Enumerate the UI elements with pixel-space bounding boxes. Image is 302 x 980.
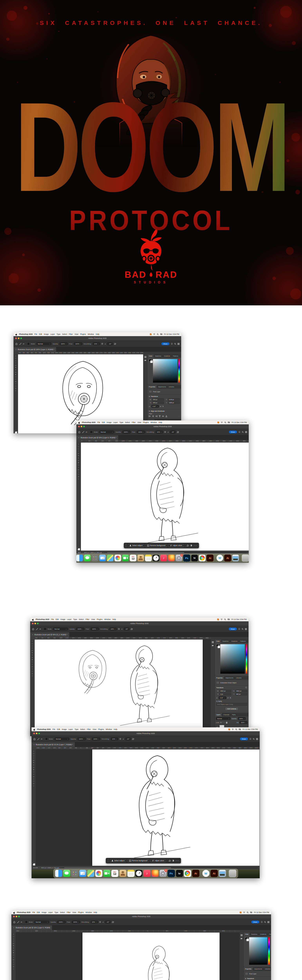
tool-icon-9[interactable]: □ xyxy=(13,955,14,956)
tool-icon-14[interactable]: ◇ xyxy=(33,783,34,784)
properties-tab-libraries[interactable]: Libraries xyxy=(264,967,271,970)
document-canvas[interactable] xyxy=(92,749,259,866)
flip-horizontal-icon[interactable]: ⇄ xyxy=(160,406,161,407)
apple-logo-icon[interactable] xyxy=(13,912,15,913)
workspace-grid-icon[interactable] xyxy=(178,343,180,345)
flow-select[interactable]: 100%∨ xyxy=(91,628,99,630)
tool-icon-5[interactable]: ✎ xyxy=(33,762,35,764)
menu-color-app-icon[interactable] xyxy=(218,422,219,423)
home-icon[interactable] xyxy=(13,921,16,923)
menu-app-name[interactable]: Photoshop 2025 xyxy=(37,728,51,730)
tool-icon-6[interactable]: T xyxy=(78,457,79,459)
brush-size-value[interactable]: 15 xyxy=(39,628,41,630)
menu-item-file[interactable]: File xyxy=(35,333,37,335)
mode-select[interactable]: Normal∨ xyxy=(35,921,49,923)
tool-icon-10[interactable]: ○ xyxy=(33,773,34,775)
tool-icon-10[interactable]: ○ xyxy=(15,379,16,380)
align-al-b-icon[interactable] xyxy=(165,415,167,417)
field-value[interactable]: 4902 px xyxy=(219,690,231,692)
menu-item-type[interactable]: Type xyxy=(54,912,58,913)
dock-icon-launchpad[interactable] xyxy=(71,870,78,877)
search-icon[interactable] xyxy=(264,921,266,923)
tool-icon-7[interactable]: ◇ xyxy=(13,950,14,951)
menu-color-app-icon[interactable] xyxy=(240,912,242,913)
tool-icon-1[interactable]: □ xyxy=(33,753,34,755)
color-tab-swatches[interactable]: Swatches xyxy=(221,640,230,643)
share-button[interactable]: Share xyxy=(161,342,169,345)
menu-item-select[interactable]: Select xyxy=(79,618,84,620)
tool-icon-9[interactable]: □ xyxy=(78,465,79,466)
menu-item-image[interactable]: Image xyxy=(107,422,112,423)
tool-icon-1[interactable]: □ xyxy=(32,643,33,644)
more-options-icon[interactable]: ··· xyxy=(178,415,180,417)
zoom-window-button[interactable] xyxy=(38,733,40,734)
flow-select[interactable]: 100%∨ xyxy=(92,738,100,740)
search-icon[interactable] xyxy=(253,738,254,740)
menu-item-filter[interactable]: Filter xyxy=(86,618,89,620)
brush-size-value[interactable]: 15 xyxy=(23,343,24,345)
wifi-icon[interactable] xyxy=(153,333,155,335)
rotate-field[interactable]: 0.00°∨ xyxy=(219,697,226,699)
tool-icon-13[interactable]: □ xyxy=(15,385,16,387)
tool-icon-9[interactable]: □ xyxy=(15,376,16,378)
comments-panel-icon[interactable] xyxy=(212,645,214,647)
brush-preset-chip[interactable] xyxy=(90,431,92,433)
transform-header[interactable]: ∨Transform xyxy=(149,396,180,397)
flip-vertical-icon[interactable]: ⇅ xyxy=(230,697,231,699)
background-swatch[interactable] xyxy=(218,646,220,648)
home-icon[interactable] xyxy=(33,738,36,740)
menu-item-edit[interactable]: Edit xyxy=(39,333,42,335)
tool-icon-10[interactable]: ○ xyxy=(32,663,33,665)
workspace-grid-icon[interactable] xyxy=(256,738,258,740)
brush-size-value[interactable]: 16 xyxy=(21,921,22,923)
smoothing-select[interactable]: 10%∨ xyxy=(110,628,116,630)
align-al-l-icon[interactable] xyxy=(149,415,151,417)
wifi-icon[interactable] xyxy=(221,619,223,620)
color-tab-patterns[interactable]: Patterns xyxy=(172,354,180,358)
opacity-select[interactable]: 100%∨ xyxy=(122,431,130,433)
dock-icon-appletv[interactable]: tv xyxy=(176,870,183,877)
properties-tab-adjustments[interactable]: Adjustments xyxy=(157,385,167,388)
dock-icon-illustrator2[interactable]: Ai xyxy=(210,870,218,877)
menu-item-window[interactable]: Window xyxy=(151,422,157,423)
align-al-r-icon[interactable] xyxy=(156,415,157,417)
menu-item-plugins[interactable]: Plugins xyxy=(97,618,103,620)
spotlight-icon[interactable] xyxy=(235,729,237,730)
tool-icon-7[interactable]: ◇ xyxy=(78,460,79,461)
menu-item-edit[interactable]: Edit xyxy=(56,618,59,620)
tool-icon-15[interactable]: ○ xyxy=(13,968,14,970)
menu-item-type[interactable]: Type xyxy=(75,728,78,730)
tool-icon-0[interactable]: + xyxy=(13,934,14,935)
tab-close-icon[interactable]: × xyxy=(32,634,33,636)
tool-icon-6[interactable]: T xyxy=(33,764,34,766)
tool-icon-15[interactable]: ○ xyxy=(78,478,79,480)
foreground-background-swatches[interactable] xyxy=(14,431,17,433)
mode-select[interactable]: Normal∨ xyxy=(37,342,51,345)
smoothing-select[interactable]: 10%∨ xyxy=(156,431,163,433)
symmetry-icon[interactable] xyxy=(177,431,179,433)
tool-icon-14[interactable]: ◇ xyxy=(32,673,33,675)
document-canvas[interactable] xyxy=(83,932,219,980)
menu-clock[interactable]: Fri 12 Dec 3:54 PM xyxy=(232,422,247,423)
tool-icon-4[interactable]: ▭ xyxy=(33,760,35,762)
menu-item-file[interactable]: File xyxy=(32,912,35,913)
color-tab-patterns[interactable]: Patterns xyxy=(239,640,247,643)
menu-item-image[interactable]: Image xyxy=(62,728,67,730)
dock-icon-pictures[interactable] xyxy=(219,870,226,877)
tool-icon-6[interactable]: T xyxy=(15,369,16,371)
close-window-button[interactable] xyxy=(33,733,35,734)
dock-icon-photos[interactable] xyxy=(114,555,121,562)
wifi-icon[interactable] xyxy=(232,729,234,730)
field-value[interactable]: 1198 px xyxy=(168,398,180,401)
brush-angle-field[interactable]: -20° xyxy=(126,738,130,740)
menu-item-help[interactable]: Help xyxy=(94,912,97,913)
task-button-2[interactable]: Adjust colors xyxy=(168,544,184,547)
brush-tool-icon[interactable] xyxy=(36,628,38,630)
lock-paint-icon[interactable]: ✎ xyxy=(223,722,224,723)
flip-horizontal-icon[interactable]: ⇄ xyxy=(227,697,229,699)
spotlight-icon[interactable] xyxy=(157,333,159,335)
scrollbar-thumb[interactable] xyxy=(107,552,184,553)
dock-icon-messages[interactable] xyxy=(63,870,70,877)
dock-icon-notes[interactable] xyxy=(127,870,134,877)
brush-preset-chip[interactable] xyxy=(44,628,46,630)
